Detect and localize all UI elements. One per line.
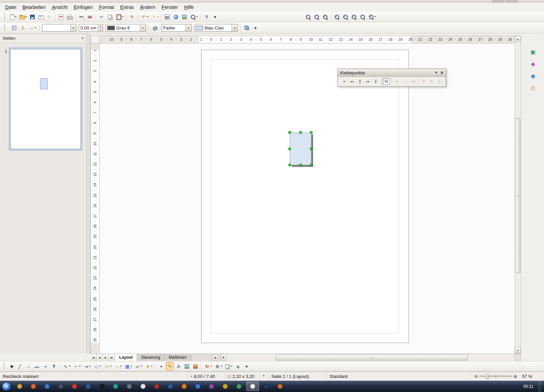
menu-item[interactable]: Datei	[2, 3, 20, 11]
new-document-icon[interactable]: ▾	[8, 13, 17, 21]
exit-direction-bottom-icon[interactable]: ↧	[372, 78, 379, 85]
menu-item[interactable]: Bearbeiten	[20, 3, 49, 11]
glue-point-relative-icon[interactable]: %	[383, 78, 390, 85]
gallery-icon[interactable]: ◆	[530, 61, 536, 68]
gallery-icon[interactable]	[181, 13, 188, 21]
spin-up-icon[interactable]: ▲	[98, 24, 103, 28]
selection-handle[interactable]	[288, 131, 291, 134]
gallery-icon[interactable]	[191, 362, 199, 370]
extrusion-icon[interactable]: ◈	[234, 362, 242, 370]
zoom-optimal-icon[interactable]: ∗ ▾	[367, 13, 377, 21]
menu-item[interactable]: Hilfe	[181, 3, 197, 11]
taskbar-app-icon[interactable]	[178, 382, 190, 391]
chevron-down-icon[interactable]: ▼	[232, 24, 237, 31]
taskbar-app-icon[interactable]	[246, 382, 259, 391]
menu-item[interactable]: Einfügen	[71, 3, 96, 11]
zoom-page-width-icon[interactable]: ↔	[359, 13, 367, 21]
taskbar-app-icon[interactable]	[27, 382, 40, 391]
fill-style-icon[interactable]	[151, 24, 159, 32]
select-icon[interactable]: ▶	[7, 362, 15, 370]
exit-direction-left-icon[interactable]: ↤	[348, 78, 356, 85]
fontwork-icon[interactable]: A	[174, 362, 182, 370]
auto-spellcheck-icon[interactable]: ABC	[86, 13, 94, 21]
taskbar-app-icon[interactable]	[164, 382, 177, 391]
redo-icon[interactable]: ↷ ▾	[150, 13, 160, 21]
shadow-icon[interactable]	[243, 24, 251, 32]
selection-handle[interactable]	[310, 148, 312, 150]
flowchart-icon[interactable]: ▦ ▾	[123, 362, 133, 370]
spin-down-icon[interactable]: ▼	[98, 28, 103, 32]
menu-item[interactable]: Ansicht	[49, 3, 71, 11]
undo-icon[interactable]: ↶ ▾	[140, 13, 149, 21]
fill-color-select[interactable]: Blau Clas ▼	[194, 24, 238, 32]
scroll-down-icon[interactable]: ▼	[515, 347, 521, 353]
window-maximize-button[interactable]	[506, 0, 518, 2]
block-arrows-icon[interactable]: ⇔ ▾	[113, 362, 123, 370]
close-icon[interactable]: ×	[81, 36, 84, 41]
spellcheck-icon[interactable]: ABC✓	[77, 13, 85, 21]
vertical-scrollbar[interactable]: ▲ ≡ ▼	[515, 36, 521, 354]
vertical-scrollbar-thumb[interactable]: ≡	[515, 118, 520, 273]
horizontal-scrollbar[interactable]: ◀ ≡ ▶	[221, 354, 515, 361]
toolbar-options-icon[interactable]: ▾	[211, 13, 219, 21]
window-minimize-button[interactable]	[492, 0, 504, 2]
glue-vertical-bottom-icon[interactable]: ⇓	[436, 78, 443, 85]
from-file-icon[interactable]	[183, 362, 191, 370]
print-icon[interactable]	[66, 13, 74, 21]
taskbar-app-icon[interactable]	[82, 382, 95, 391]
taskbar-app-icon[interactable]	[191, 382, 204, 391]
toolbar-menu-icon[interactable]: ▼	[435, 71, 438, 74]
display-grid-icon[interactable]	[10, 24, 18, 32]
curve-icon[interactable]: ∿ ▾	[62, 362, 71, 370]
zoom-in-icon[interactable]: +	[304, 13, 312, 21]
insert-glue-point-icon[interactable]: +	[341, 78, 348, 85]
tab-steuerung[interactable]: Steuerung	[137, 354, 164, 361]
basic-shapes-icon[interactable]: ◇ ▾	[92, 362, 102, 370]
edit-file-icon[interactable]: ✎	[46, 13, 53, 21]
first-page-icon[interactable]: |◀	[90, 354, 97, 361]
chevron-down-icon[interactable]: ▼	[185, 24, 191, 31]
taskbar-app-icon[interactable]	[68, 382, 81, 391]
menu-item[interactable]: Extras	[117, 3, 137, 11]
drawing-canvas[interactable]	[100, 44, 515, 354]
next-page-icon[interactable]: ▶	[103, 354, 109, 361]
ellipse-icon[interactable]: ●	[41, 362, 49, 370]
page-thumbnail[interactable]	[9, 48, 82, 150]
glue-horizontal-right-icon[interactable]: ⇥	[409, 78, 417, 85]
taskbar-app-icon[interactable]	[96, 382, 108, 391]
page[interactable]	[201, 50, 409, 343]
menu-item[interactable]: Format	[96, 3, 117, 11]
zoom-slider-track[interactable]	[479, 376, 512, 377]
line-arrow-icon[interactable]: →	[24, 362, 32, 370]
zoom-percent[interactable]: 57 %	[522, 372, 532, 381]
line-style-select[interactable]: ▼	[42, 24, 76, 32]
taskbar-app-icon[interactable]	[219, 382, 232, 391]
export-pdf-icon[interactable]	[57, 13, 65, 21]
glue-points-icon[interactable]: ✎	[166, 362, 174, 370]
rotate-icon[interactable]: ↻ ▾	[203, 362, 213, 370]
connector-icon[interactable]: ⌐ ▾	[72, 362, 82, 370]
clock-icon[interactable]: ◴	[530, 85, 536, 91]
zoom-next-icon[interactable]: ▸	[342, 13, 349, 21]
find-replace-icon[interactable]: ▾	[189, 13, 199, 21]
last-page-icon[interactable]: ▶|	[109, 354, 115, 361]
zoom-previous-icon[interactable]: ◂	[333, 13, 341, 21]
navigator-icon[interactable]: ▣	[530, 49, 536, 56]
glue-horizontal-left-icon[interactable]: ⇤	[394, 78, 401, 85]
taskbar-app-icon[interactable]	[13, 382, 26, 391]
taskbar-app-icon[interactable]	[137, 382, 149, 391]
exit-direction-right-icon[interactable]: ↦	[364, 78, 371, 85]
open-icon[interactable]: ▾	[18, 13, 28, 21]
taskbar-app-icon[interactable]	[41, 382, 53, 391]
zoom-page-icon[interactable]: ▭	[350, 13, 358, 21]
start-button[interactable]: ⊞	[2, 382, 11, 391]
zoom-slider-thumb[interactable]	[486, 374, 489, 379]
arrange-icon[interactable]: ▾	[224, 362, 233, 370]
toolbar-options-icon[interactable]: ▾	[251, 24, 259, 32]
taskbar-app-icon[interactable]	[260, 382, 273, 391]
gluepoints-titlebar[interactable]: Klebepunkte ▼ ×	[338, 69, 446, 77]
selection-handle[interactable]	[299, 164, 302, 166]
text-icon[interactable]: T	[50, 362, 58, 370]
save-icon[interactable]	[28, 13, 36, 21]
chevron-down-icon[interactable]: ▼	[140, 24, 146, 31]
